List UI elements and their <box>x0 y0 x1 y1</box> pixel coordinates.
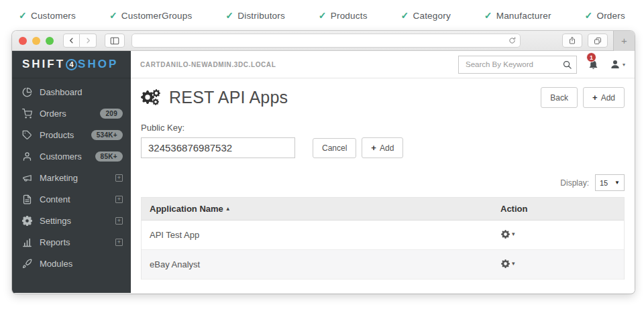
browser-chrome: + <box>12 31 635 51</box>
expand-plus-icon[interactable]: + <box>115 196 123 203</box>
plus-icon: + <box>621 35 627 46</box>
status-item-label: CustomerGroups <box>121 11 193 21</box>
app-name-cell: eBay Analyst <box>142 259 492 269</box>
back-button[interactable]: Back <box>541 87 578 108</box>
row-action-menu-button[interactable]: ▾ <box>501 259 515 268</box>
shift4shop-logo[interactable]: SHIFT 4 SHOP <box>12 51 131 78</box>
form-add-button[interactable]: +Add <box>362 137 403 158</box>
address-input[interactable] <box>132 34 504 47</box>
cancel-button[interactable]: Cancel <box>313 138 356 158</box>
back-button-label: Back <box>550 93 568 103</box>
user-icon <box>610 59 621 70</box>
dashboard-icon <box>21 86 32 97</box>
expand-plus-icon[interactable]: + <box>115 239 123 246</box>
logo-four-badge: 4 <box>66 59 77 70</box>
cart-icon <box>21 108 32 119</box>
status-item-distributors: ✓Distributors <box>225 10 285 21</box>
close-window-button[interactable] <box>19 37 27 45</box>
page-title-row: REST API Apps Back +Add <box>141 87 625 108</box>
public-key-form: Cancel +Add <box>141 137 625 158</box>
sidebar-item-label: Customers <box>40 151 82 162</box>
sidebar-item-orders[interactable]: Orders 209 <box>12 103 131 124</box>
main-content: CARTDANILO-NEWADMIN.3DC.LOCAL 1 ▾ <box>131 51 635 293</box>
admin-app: SHIFT 4 SHOP Dashboard Orders 209 <box>12 51 635 293</box>
column-header-label: Application Name <box>150 204 223 214</box>
chevron-left-icon <box>68 37 75 44</box>
logo-text-shift: SHIFT <box>22 58 65 71</box>
caret-down-icon: ▾ <box>512 260 515 267</box>
chevron-down-icon: ▾ <box>623 62 625 68</box>
sidebar-item-products[interactable]: Products 534K+ <box>12 124 131 145</box>
sidebar-toggle-button[interactable] <box>105 34 125 48</box>
add-button-label: Add <box>601 93 615 103</box>
sidebar: SHIFT 4 SHOP Dashboard Orders 209 <box>12 51 131 293</box>
browser-window: + SHIFT 4 SHOP Dashboard <box>12 31 635 294</box>
user-menu-button[interactable]: ▾ <box>610 59 625 70</box>
status-item-customers: ✓Customers <box>19 10 76 21</box>
reload-button[interactable] <box>504 37 520 44</box>
public-key-input[interactable] <box>141 137 295 158</box>
orders-count-badge: 209 <box>100 109 123 119</box>
check-icon: ✓ <box>484 10 492 21</box>
megaphone-icon <box>21 172 32 183</box>
sidebar-menu: Dashboard Orders 209 Products 534K+ <box>12 78 131 274</box>
sidebar-item-reports[interactable]: Reports + <box>12 231 131 253</box>
document-icon <box>21 194 32 204</box>
keyword-search-box[interactable] <box>458 56 577 74</box>
public-key-label: Public Key: <box>141 123 625 133</box>
new-tab-button[interactable]: + <box>613 31 635 51</box>
status-item-label: Products <box>331 11 368 21</box>
sidebar-item-content[interactable]: Content + <box>12 188 131 210</box>
person-icon <box>21 151 32 162</box>
minimize-window-button[interactable] <box>32 37 40 45</box>
forward-nav-button[interactable] <box>80 34 97 48</box>
nav-buttons <box>63 34 97 48</box>
display-count-select[interactable]: 15 ▼ <box>595 174 625 191</box>
notifications-button[interactable]: 1 <box>588 58 599 70</box>
plus-icon: + <box>592 92 598 103</box>
display-count-value: 15 <box>600 179 608 187</box>
chevron-right-icon <box>85 37 92 44</box>
sidebar-toggle-icon <box>110 37 119 45</box>
search-input[interactable] <box>466 60 562 68</box>
expand-plus-icon[interactable]: + <box>115 174 123 182</box>
share-icon <box>568 36 576 45</box>
page-body: REST API Apps Back +Add Public Key: Canc… <box>131 78 635 293</box>
sidebar-item-dashboard[interactable]: Dashboard <box>12 81 131 103</box>
sidebar-item-modules[interactable]: Modules <box>12 253 131 274</box>
zoom-window-button[interactable] <box>46 37 54 45</box>
bar-chart-icon <box>21 237 32 247</box>
sidebar-item-customers[interactable]: Customers 85K+ <box>12 145 131 167</box>
back-nav-button[interactable] <box>63 34 80 48</box>
display-controls: Display: 15 ▼ <box>141 174 625 191</box>
check-icon: ✓ <box>319 10 327 21</box>
caret-down-icon: ▼ <box>614 180 620 186</box>
sidebar-item-label: Products <box>40 130 74 140</box>
check-icon: ✓ <box>19 10 27 21</box>
tabs-overview-button[interactable] <box>588 34 608 48</box>
add-button[interactable]: +Add <box>583 87 625 108</box>
status-item-label: Distributors <box>237 11 285 21</box>
logo-text-shop: SHOP <box>78 58 118 71</box>
sidebar-item-label: Reports <box>40 237 70 247</box>
search-icon[interactable] <box>562 60 572 70</box>
status-item-manufacturer: ✓Manufacturer <box>484 10 551 21</box>
check-icon: ✓ <box>225 10 233 21</box>
rocket-icon <box>21 258 32 269</box>
sidebar-item-marketing[interactable]: Marketing + <box>12 167 131 188</box>
tabs-icon <box>594 37 602 45</box>
row-action-menu-button[interactable]: ▾ <box>501 230 515 239</box>
address-bar[interactable] <box>131 34 521 48</box>
column-header-application-name[interactable]: Application Name▲ <box>142 198 492 220</box>
share-button[interactable] <box>562 34 582 48</box>
form-add-button-label: Add <box>380 143 394 153</box>
status-item-label: Category <box>413 11 450 21</box>
sidebar-item-label: Dashboard <box>40 87 83 97</box>
customers-count-badge: 85K+ <box>95 151 123 162</box>
sidebar-item-settings[interactable]: Settings + <box>12 210 131 231</box>
gear-icon <box>501 230 510 239</box>
expand-plus-icon[interactable]: + <box>115 217 123 225</box>
notification-count-badge: 1 <box>586 52 596 62</box>
table-row: API Test App ▾ <box>142 221 624 250</box>
products-count-badge: 534K+ <box>91 130 123 140</box>
